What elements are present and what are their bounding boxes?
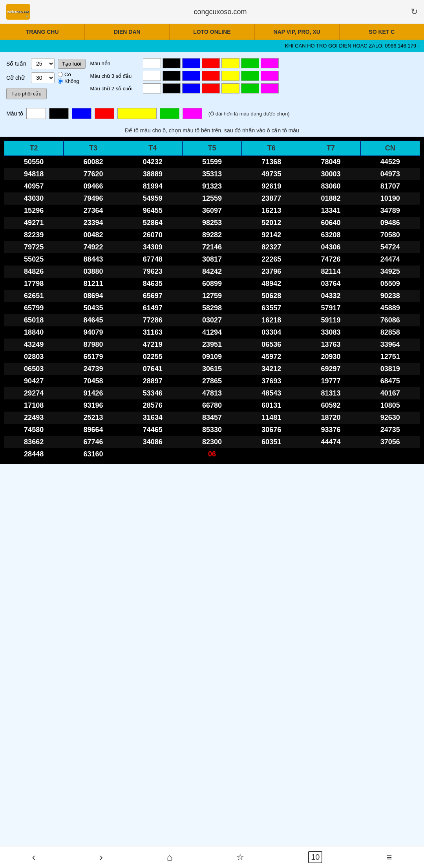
table-cell[interactable]: 06503 [4, 363, 64, 375]
color-swatch-green-2[interactable] [241, 83, 259, 93]
table-cell[interactable]: 55025 [4, 253, 64, 266]
nav-item-nap-vip[interactable]: NAP VIP, PRO, XU [255, 24, 340, 40]
table-cell[interactable]: 04232 [123, 156, 182, 168]
color-swatch-green-0[interactable] [241, 58, 259, 68]
table-cell[interactable]: 68475 [360, 375, 420, 387]
table-cell[interactable]: 60592 [301, 399, 360, 412]
table-cell[interactable]: 79623 [123, 266, 182, 278]
table-cell[interactable]: 24474 [360, 253, 420, 266]
table-cell[interactable]: 47813 [182, 387, 241, 399]
table-cell[interactable]: 13763 [301, 339, 360, 351]
table-cell[interactable]: 67748 [123, 253, 182, 266]
table-cell[interactable]: 61497 [123, 302, 182, 314]
nav-item-trang-chu[interactable]: TRANG CHU [0, 24, 85, 40]
nav-item-so-ket[interactable]: SO KET C [340, 24, 424, 40]
table-cell[interactable]: 82858 [360, 326, 420, 339]
mau-to-swatch-black[interactable] [49, 108, 69, 119]
table-cell[interactable] [301, 448, 360, 460]
table-cell[interactable]: 10805 [360, 399, 420, 412]
table-cell[interactable]: 12759 [182, 290, 241, 302]
table-cell[interactable]: 53346 [123, 387, 182, 399]
table-cell[interactable]: 98253 [182, 217, 241, 229]
table-cell[interactable]: 19777 [301, 375, 360, 387]
table-cell[interactable]: 23394 [64, 217, 123, 229]
color-swatch-black-1[interactable] [163, 71, 181, 81]
table-cell[interactable]: 54724 [360, 241, 420, 253]
table-cell[interactable]: 89664 [64, 424, 123, 436]
color-swatch-blue-2[interactable] [182, 83, 200, 93]
table-cell[interactable]: 54959 [123, 192, 182, 205]
color-swatch-yellow-2[interactable] [221, 83, 239, 93]
color-swatch-magenta-1[interactable] [261, 71, 279, 81]
table-cell[interactable]: 34086 [123, 436, 182, 448]
table-cell[interactable]: 84826 [4, 266, 64, 278]
table-cell[interactable]: 48543 [242, 387, 301, 399]
table-cell[interactable]: 29274 [4, 387, 64, 399]
color-swatch-yellow-0[interactable] [221, 58, 239, 68]
table-cell[interactable]: 81994 [123, 180, 182, 192]
table-cell[interactable]: 30817 [182, 253, 241, 266]
table-cell[interactable]: 82327 [242, 241, 301, 253]
table-cell[interactable]: 52012 [242, 217, 301, 229]
reload-button[interactable]: ↻ [411, 7, 418, 17]
radio-khong[interactable]: Không [58, 78, 79, 84]
table-cell[interactable]: 82300 [182, 436, 241, 448]
table-cell[interactable]: 43030 [4, 192, 64, 205]
table-cell[interactable]: 79725 [4, 241, 64, 253]
table-cell[interactable]: 74922 [64, 241, 123, 253]
table-cell[interactable]: 60640 [301, 217, 360, 229]
table-cell[interactable]: 28576 [123, 399, 182, 412]
table-cell[interactable]: 79496 [64, 192, 123, 205]
radio-co[interactable]: Có [58, 71, 79, 77]
table-cell[interactable]: 10190 [360, 192, 420, 205]
table-cell[interactable]: 87980 [64, 339, 123, 351]
table-cell[interactable]: 12559 [182, 192, 241, 205]
table-cell[interactable]: 74726 [301, 253, 360, 266]
table-cell[interactable]: 09486 [360, 217, 420, 229]
table-cell[interactable]: 31634 [123, 412, 182, 424]
table-cell[interactable] [242, 448, 301, 460]
table-cell[interactable]: 38889 [123, 168, 182, 180]
table-cell[interactable]: 50550 [4, 156, 64, 168]
color-swatch-red-1[interactable] [202, 71, 220, 81]
nav-item-dien-dan[interactable]: DIEN DAN [85, 24, 170, 40]
table-cell[interactable]: 28897 [123, 375, 182, 387]
table-cell[interactable]: 60131 [242, 399, 301, 412]
table-cell[interactable] [123, 448, 182, 460]
table-cell[interactable]: 45972 [242, 351, 301, 363]
table-cell[interactable]: 40167 [360, 387, 420, 399]
co-chu-select[interactable]: 30 28 32 [31, 72, 55, 83]
color-swatch-magenta-0[interactable] [261, 58, 279, 68]
color-swatch-white-0[interactable] [143, 58, 161, 68]
table-cell[interactable]: 34309 [123, 241, 182, 253]
table-cell[interactable]: 18840 [4, 326, 64, 339]
table-cell[interactable]: 22493 [4, 412, 64, 424]
table-cell[interactable]: 44474 [301, 436, 360, 448]
table-cell[interactable]: 76086 [360, 314, 420, 326]
table-cell[interactable]: 77620 [64, 168, 123, 180]
table-cell[interactable]: 91323 [182, 180, 241, 192]
table-cell[interactable]: 62651 [4, 290, 64, 302]
table-cell[interactable]: 50628 [242, 290, 301, 302]
color-swatch-black-2[interactable] [163, 83, 181, 93]
table-cell[interactable]: 05509 [360, 278, 420, 290]
table-cell[interactable]: 36097 [182, 205, 241, 217]
color-swatch-red-0[interactable] [202, 58, 220, 68]
table-cell[interactable]: 02255 [123, 351, 182, 363]
table-cell[interactable]: 35313 [182, 168, 241, 180]
table-cell[interactable]: 25213 [64, 412, 123, 424]
table-cell[interactable]: 26070 [123, 229, 182, 241]
table-cell[interactable]: 34789 [360, 205, 420, 217]
table-cell[interactable]: 06536 [242, 339, 301, 351]
table-cell[interactable]: 92142 [242, 229, 301, 241]
table-cell[interactable]: 52864 [123, 217, 182, 229]
table-cell[interactable]: 82114 [301, 266, 360, 278]
tao-luoi-button[interactable]: Tạo lưới [58, 59, 86, 69]
table-cell[interactable]: 58298 [182, 302, 241, 314]
table-cell[interactable]: 92619 [242, 180, 301, 192]
table-cell[interactable]: 70580 [360, 229, 420, 241]
color-swatch-white-1[interactable] [143, 71, 161, 81]
table-cell[interactable]: 03880 [64, 266, 123, 278]
table-cell[interactable]: 01882 [301, 192, 360, 205]
table-cell[interactable]: 16213 [242, 205, 301, 217]
